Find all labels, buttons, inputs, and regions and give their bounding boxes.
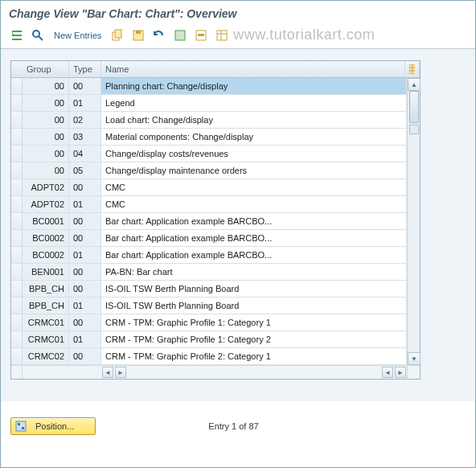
row-selector[interactable] xyxy=(11,348,23,365)
data-table: Group Type Name 0000Planning chart: Chan… xyxy=(10,60,421,380)
horizontal-scrollbar[interactable]: ◄ ► ◄ ► xyxy=(23,366,407,379)
hscroll-right-button[interactable]: ► xyxy=(115,367,126,378)
cell-group: BPB_CH xyxy=(23,298,69,314)
cell-group: 00 xyxy=(23,129,69,146)
table-row[interactable]: BC000200Bar chart: Application example B… xyxy=(11,230,407,247)
position-icon xyxy=(14,420,27,433)
table-body: 0000Planning chart: Change/display0001Le… xyxy=(11,78,407,365)
svg-rect-3 xyxy=(115,30,121,38)
cell-group: BC0002 xyxy=(23,247,69,264)
cell-type: 05 xyxy=(69,162,101,179)
find-icon[interactable] xyxy=(30,27,46,43)
cell-name[interactable]: PA-BN: Bar chart xyxy=(101,264,407,281)
table-row[interactable]: 0005Change/display maintenance orders xyxy=(11,162,407,179)
select-all-icon[interactable] xyxy=(172,27,188,43)
watermark-text: www.tutorialkart.com xyxy=(233,27,375,43)
row-selector[interactable] xyxy=(11,264,23,281)
table-row[interactable]: 0002Load chart: Change/display xyxy=(11,112,407,129)
row-selector[interactable] xyxy=(11,281,23,298)
cell-name[interactable]: CRM - TPM: Graphic Profile 1: Category 2 xyxy=(101,331,407,348)
row-selector[interactable] xyxy=(11,179,23,196)
expand-all-icon[interactable] xyxy=(9,27,25,43)
cell-name[interactable]: Legend xyxy=(101,95,407,112)
cell-group: 00 xyxy=(23,95,69,112)
row-selector[interactable] xyxy=(11,162,23,179)
row-selector[interactable] xyxy=(11,331,23,348)
cell-type: 03 xyxy=(69,129,101,146)
cell-name[interactable]: CRM - TPM: Graphic Profile 1: Category 1 xyxy=(101,314,407,331)
cell-name[interactable]: Planning chart: Change/display xyxy=(101,78,407,95)
undo-icon[interactable] xyxy=(151,27,167,43)
table-row[interactable]: ADPT0200CMC xyxy=(11,179,407,196)
cell-type: 00 xyxy=(69,230,101,247)
cell-group: BC0001 xyxy=(23,213,69,230)
cell-name[interactable]: Change/display maintenance orders xyxy=(101,162,407,179)
column-type[interactable]: Type xyxy=(69,61,101,77)
row-selector[interactable] xyxy=(11,298,23,314)
cell-name[interactable]: Load chart: Change/display xyxy=(101,112,407,129)
table-row[interactable]: 0000Planning chart: Change/display xyxy=(11,78,407,95)
table-row[interactable]: BPB_CH00IS-OIL TSW Berth Planning Board xyxy=(11,281,407,298)
table-row[interactable]: 0001Legend xyxy=(11,95,407,112)
table-row[interactable]: BEN00100PA-BN: Bar chart xyxy=(11,264,407,281)
copy-as-icon[interactable] xyxy=(109,27,125,43)
cell-name[interactable]: Bar chart: Application example BARCBO... xyxy=(101,247,407,264)
scroll-up-button[interactable]: ▲ xyxy=(408,78,421,91)
cell-type: 00 xyxy=(69,348,101,365)
hscroll-left-button[interactable]: ◄ xyxy=(102,367,113,378)
scroll-thumb[interactable] xyxy=(409,91,419,123)
table-row[interactable]: BPB_CH01IS-OIL TSW Berth Planning Board xyxy=(11,298,407,314)
table-row[interactable]: ADPT0201CMC xyxy=(11,196,407,213)
svg-point-0 xyxy=(33,31,39,37)
scroll-marker[interactable] xyxy=(409,125,419,134)
column-name[interactable]: Name xyxy=(101,61,405,77)
cell-name[interactable]: Bar chart: Application example BARCBO... xyxy=(101,213,407,230)
table-row[interactable]: CRMC0200CRM - TPM: Graphic Profile 2: Ca… xyxy=(11,348,407,365)
cell-name[interactable]: Bar chart: Application example BARCBO... xyxy=(101,230,407,247)
configure-columns-icon[interactable] xyxy=(405,61,420,77)
position-button[interactable]: Position... xyxy=(10,417,96,435)
row-selector[interactable] xyxy=(11,247,23,264)
svg-line-1 xyxy=(39,36,43,40)
row-selector[interactable] xyxy=(11,314,23,331)
cell-group: BC0002 xyxy=(23,230,69,247)
row-selector[interactable] xyxy=(11,78,23,95)
cell-name[interactable]: CRM - TPM: Graphic Profile 2: Category 1 xyxy=(101,348,407,365)
row-selector[interactable] xyxy=(11,196,23,213)
cell-name[interactable]: IS-OIL TSW Berth Planning Board xyxy=(101,281,407,298)
svg-rect-9 xyxy=(217,31,227,40)
row-selector[interactable] xyxy=(11,146,23,162)
deselect-all-icon[interactable] xyxy=(193,27,209,43)
table-row[interactable]: BC000201Bar chart: Application example B… xyxy=(11,247,407,264)
cell-group: 00 xyxy=(23,146,69,162)
table-row[interactable]: CRMC0101CRM - TPM: Graphic Profile 1: Ca… xyxy=(11,331,407,348)
svg-rect-5 xyxy=(136,31,141,34)
table-row[interactable]: BC000100Bar chart: Application example B… xyxy=(11,213,407,230)
row-selector[interactable] xyxy=(11,112,23,129)
table-row[interactable]: CRMC0100CRM - TPM: Graphic Profile 1: Ca… xyxy=(11,314,407,331)
cell-type: 01 xyxy=(69,196,101,213)
cell-type: 00 xyxy=(69,264,101,281)
cell-name[interactable]: Material components: Change/display xyxy=(101,129,407,146)
save-icon[interactable] xyxy=(130,27,146,43)
new-entries-button[interactable]: New Entries xyxy=(51,31,105,40)
hscroll-left2-button[interactable]: ◄ xyxy=(382,367,393,378)
row-selector[interactable] xyxy=(11,230,23,247)
table-row[interactable]: 0003Material components: Change/display xyxy=(11,129,407,146)
row-selector[interactable] xyxy=(11,129,23,146)
row-selector[interactable] xyxy=(11,95,23,112)
table-settings-icon[interactable] xyxy=(214,27,230,43)
cell-name[interactable]: CMC xyxy=(101,196,407,213)
cell-name[interactable]: CMC xyxy=(101,179,407,196)
column-group[interactable]: Group xyxy=(23,61,69,77)
cell-name[interactable]: IS-OIL TSW Berth Planning Board xyxy=(101,298,407,314)
cell-name[interactable]: Change/display costs/revenues xyxy=(101,146,407,162)
hscroll-right2-button[interactable]: ► xyxy=(395,367,406,378)
cell-type: 00 xyxy=(69,314,101,331)
row-selector[interactable] xyxy=(11,213,23,230)
cell-type: 00 xyxy=(69,78,101,95)
svg-rect-17 xyxy=(16,421,26,431)
scroll-down-button[interactable]: ▼ xyxy=(408,352,421,365)
vertical-scrollbar[interactable]: ▲ ▼ xyxy=(407,78,420,365)
table-row[interactable]: 0004Change/display costs/revenues xyxy=(11,146,407,162)
